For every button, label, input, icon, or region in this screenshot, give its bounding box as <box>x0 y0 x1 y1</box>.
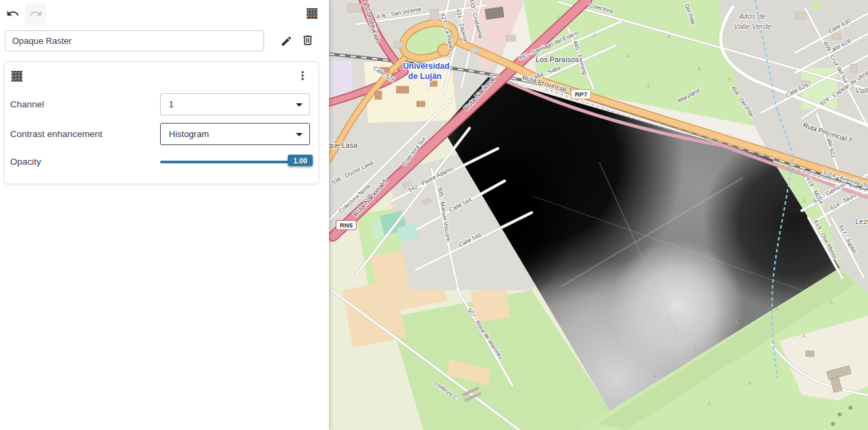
card-menu-button[interactable] <box>294 68 311 85</box>
trash-icon <box>301 34 314 49</box>
map-label: Los Paraísos <box>536 55 580 63</box>
map-canvas[interactable]: a Constitución476 - San Vicente427 - La … <box>329 0 868 430</box>
route-badge-rp7: RP7 <box>571 89 591 99</box>
chevron-down-icon <box>296 133 303 136</box>
contrast-label: Contrast enhancement <box>10 129 103 139</box>
map-label: Valle <box>855 86 868 95</box>
undo-button[interactable] <box>3 4 23 24</box>
map-label: de Luján <box>408 72 441 81</box>
map-viewport[interactable]: a Constitución476 - San Vicente427 - La … <box>329 0 868 430</box>
opacity-label: Opacity <box>10 157 41 167</box>
opacity-slider-thumb[interactable]: 1.00 <box>288 155 313 166</box>
layer-settings-panel: Channel 1 Contrast enhancement Histogram… <box>0 0 329 430</box>
raster-style-card: Channel 1 Contrast enhancement Histogram… <box>4 61 319 184</box>
map-label: Altos de <box>738 12 766 20</box>
map-label: Lezica <box>855 217 868 225</box>
opacity-slider[interactable]: 1.00 <box>160 161 311 163</box>
undo-icon <box>6 7 20 22</box>
pencil-icon <box>280 35 292 49</box>
edit-button[interactable] <box>278 34 295 50</box>
channel-value: 1 <box>169 99 174 109</box>
delete-button[interactable] <box>299 32 316 50</box>
raster-checkerboard-icon[interactable] <box>307 8 317 19</box>
redo-button[interactable] <box>25 3 47 25</box>
layer-name-input[interactable] <box>5 30 264 51</box>
raster-editor-app: Channel 1 Contrast enhancement Histogram… <box>0 0 868 430</box>
route-badge-rn5: RN5 <box>336 220 357 230</box>
map-label: Universidad <box>403 61 450 71</box>
channel-label: Channel <box>10 99 44 109</box>
contrast-select[interactable]: Histogram <box>160 123 310 145</box>
channel-select[interactable]: 1 <box>160 93 310 115</box>
map-label: Valle Verde <box>734 22 771 30</box>
kebab-menu-icon <box>297 70 308 83</box>
raster-layer-icon <box>11 71 22 82</box>
chevron-down-icon <box>296 103 303 107</box>
map-label: Parque Lasa <box>329 141 357 149</box>
contrast-value: Histogram <box>169 129 209 139</box>
redo-icon <box>29 7 43 22</box>
